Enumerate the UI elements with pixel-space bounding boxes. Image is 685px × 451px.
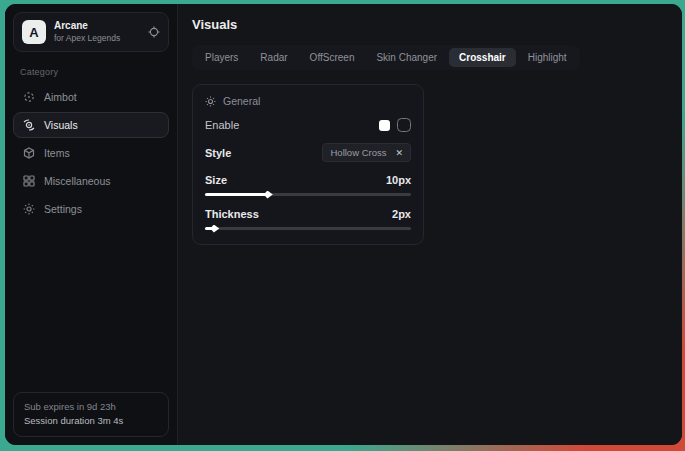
sidebar-item-aimbot[interactable]: Aimbot: [13, 84, 169, 110]
sun-gear-icon: [205, 96, 216, 107]
general-section-label: General: [223, 95, 260, 107]
thickness-value: 2px: [392, 208, 411, 220]
grid-icon: [23, 175, 35, 187]
sidebar-item-label: Visuals: [44, 119, 78, 131]
enable-keybind-box[interactable]: [397, 118, 411, 132]
brand-card: A Arcane for Apex Legends: [13, 12, 169, 52]
sidebar-item-miscellaneous[interactable]: Miscellaneous: [13, 168, 169, 194]
main-panel: Visuals Players Radar OffScreen Skin Cha…: [178, 4, 682, 445]
page-title: Visuals: [192, 17, 668, 32]
thickness-setting: Thickness 2px: [205, 208, 411, 230]
close-icon[interactable]: ✕: [395, 148, 403, 158]
sidebar-item-label: Settings: [44, 203, 82, 215]
enable-label: Enable: [205, 119, 239, 131]
size-slider-thumb[interactable]: [264, 191, 273, 199]
tab-players[interactable]: Players: [195, 48, 248, 67]
size-setting: Size 10px: [205, 174, 411, 196]
app-window: A Arcane for Apex Legends Category: [5, 4, 682, 445]
gear-icon: [23, 203, 35, 215]
tab-skin-changer[interactable]: Skin Changer: [366, 48, 447, 67]
enable-row: Enable: [205, 118, 411, 132]
app-subtitle: for Apex Legends: [54, 33, 140, 44]
enable-checkbox[interactable]: [379, 120, 390, 131]
crosshair-icon: [23, 91, 35, 103]
app-logo: A: [22, 20, 46, 44]
style-selected-value: Hollow Cross: [330, 147, 386, 158]
size-slider[interactable]: [205, 193, 411, 196]
size-label: Size: [205, 174, 227, 186]
style-row: Style Hollow Cross ✕: [205, 143, 411, 162]
sidebar-item-settings[interactable]: Settings: [13, 196, 169, 222]
subscription-info-card: Sub expires in 9d 23h Session duration 3…: [13, 392, 169, 437]
style-label: Style: [205, 147, 231, 159]
thickness-label: Thickness: [205, 208, 259, 220]
tab-highlight[interactable]: Highlight: [518, 48, 577, 67]
visuals-tabbar: Players Radar OffScreen Skin Changer Cro…: [192, 45, 580, 70]
size-value: 10px: [386, 174, 411, 186]
sidebar-item-label: Aimbot: [44, 91, 77, 103]
sidebar: A Arcane for Apex Legends Category: [5, 4, 178, 445]
sidebar-item-label: Miscellaneous: [44, 175, 111, 187]
thickness-slider[interactable]: [205, 227, 411, 230]
crosshair-target-icon[interactable]: [148, 26, 160, 38]
tab-offscreen[interactable]: OffScreen: [300, 48, 365, 67]
sidebar-item-label: Items: [44, 147, 70, 159]
sidebar-item-items[interactable]: Items: [13, 140, 169, 166]
category-label: Category: [20, 67, 169, 77]
eye-icon: [23, 119, 35, 131]
sidebar-item-visuals[interactable]: Visuals: [13, 112, 169, 138]
app-title: Arcane: [54, 20, 140, 33]
tab-crosshair[interactable]: Crosshair: [449, 48, 516, 67]
general-card: General Enable Style Hollow Cross ✕ Size: [192, 84, 424, 245]
sub-expires-text: Sub expires in 9d 23h: [24, 400, 158, 415]
style-select[interactable]: Hollow Cross ✕: [322, 143, 411, 162]
tab-radar[interactable]: Radar: [250, 48, 297, 67]
cube-icon: [23, 147, 35, 159]
session-duration-text: Session duration 3m 4s: [24, 414, 158, 429]
thickness-slider-thumb[interactable]: [210, 225, 219, 233]
